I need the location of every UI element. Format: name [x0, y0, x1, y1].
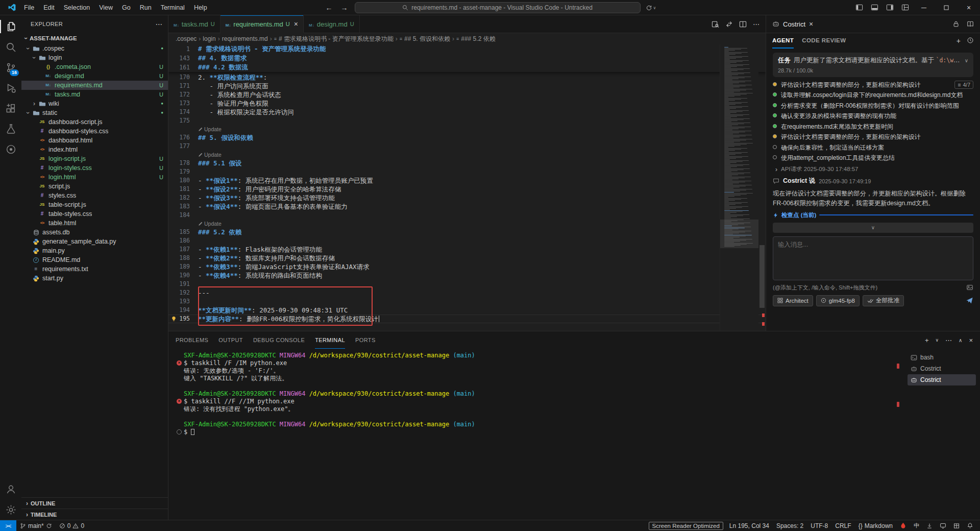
send-button[interactable]: [966, 297, 973, 304]
table-icon[interactable]: [950, 520, 963, 531]
editor-line-172[interactable]: 172 - 系统检查用户会话状态: [168, 90, 766, 99]
toggle-secondary-sidebar-icon[interactable]: [882, 0, 897, 15]
cursor-position-status[interactable]: Ln 195, Col 34: [726, 520, 773, 531]
more-actions-icon[interactable]: ⋯: [753, 20, 760, 28]
editor-line-184[interactable]: 184: [168, 211, 766, 220]
book-icon[interactable]: [967, 20, 974, 28]
open-preview-icon[interactable]: [712, 20, 719, 28]
todo-item[interactable]: 确认变更涉及的模块和需要调整的现有功能: [773, 112, 973, 120]
panel-tab-debug-console[interactable]: DEBUG CONSOLE: [253, 331, 305, 349]
editor-line-188[interactable]: 188- **依赖2**: 数据库支持用户和会话数据存储: [168, 254, 766, 262]
editor-line-181[interactable]: 181- **假设2**: 用户密码使用安全的哈希算法存储: [168, 185, 766, 194]
tree-item-table-styles-css[interactable]: #table-styles.css: [21, 209, 168, 219]
branch-status[interactable]: main*: [16, 520, 56, 531]
terminal-session-bash[interactable]: bash: [908, 352, 976, 363]
editor-scrollbar[interactable]: [758, 44, 766, 331]
breadcrumb-item[interactable]: ≡# 需求规格说明书 - 资产管理系统登录功能: [274, 35, 394, 43]
costrict-tab-agent[interactable]: AGENT: [772, 33, 794, 49]
editor-line-180[interactable]: 180- **假设1**: 系统已存在用户数据，初始管理员账户已预置: [168, 176, 766, 185]
tree-item-requirements-md[interactable]: M↓requirements.mdU: [21, 81, 168, 90]
editor-line-175[interactable]: 175: [168, 116, 766, 125]
menu-terminal[interactable]: Terminal: [156, 0, 189, 15]
history-icon[interactable]: [967, 37, 974, 45]
chevron-down-icon[interactable]: ∨: [965, 58, 968, 63]
update-codelens[interactable]: Update: [168, 151, 766, 159]
attach-image-icon[interactable]: [966, 284, 973, 291]
menu-file[interactable]: File: [19, 0, 39, 15]
editor-line-173[interactable]: 173 - 验证用户角色权限: [168, 99, 766, 108]
sync-dropdown-icon[interactable]: ∨: [646, 5, 656, 11]
editor-line-182[interactable]: 182- **假设3**: 系统部署环境支持会话管理功能: [168, 194, 766, 202]
close-panel-icon[interactable]: ×: [969, 336, 973, 344]
maximize-button[interactable]: [935, 0, 958, 15]
tree-item-start-py[interactable]: start.py: [21, 274, 168, 283]
editor-line-195[interactable]: 195**更新内容**: 删除FR-006权限控制需求，简化系统权限设计: [168, 315, 766, 323]
costrict-logo-icon[interactable]: [896, 520, 910, 531]
todo-item[interactable]: 使用attempt_completion工具提供变更总结: [773, 154, 973, 162]
sticky-line-143[interactable]: 143## 4. 数据需求: [168, 54, 766, 63]
outline-section[interactable]: › OUTLINE: [21, 497, 168, 509]
editor-line-179[interactable]: 179: [168, 167, 766, 176]
source-control-icon[interactable]: 16: [0, 57, 21, 78]
tree-item-generate-sample-data-py[interactable]: generate_sample_data.py: [21, 237, 168, 246]
mode-selector-button[interactable]: Architect: [773, 295, 813, 306]
customize-layout-icon[interactable]: [897, 0, 913, 15]
explorer-icon[interactable]: [0, 16, 21, 37]
todo-item[interactable]: 读取并理解.cospec/login目录下的requirements.md和de…: [773, 91, 973, 99]
extensions-icon[interactable]: [0, 98, 21, 118]
approve-all-button[interactable]: 全部批准: [863, 295, 904, 306]
tab-requirements-md[interactable]: M↓requirements.mdU×: [220, 15, 304, 33]
editor-line-194[interactable]: 194**文档更新时间**: 2025-09-30 09:48:31 UTC: [168, 306, 766, 315]
terminal[interactable]: SXF-Admin@SK-20250928DKTC MINGW64 /d/wor…: [168, 349, 903, 520]
tree-item-login-html[interactable]: <>login.htmlU: [21, 173, 168, 182]
costrict-tab-code-review[interactable]: CODE REVIEW: [802, 33, 846, 49]
panel-tab-ports[interactable]: PORTS: [355, 331, 376, 349]
close-tab-icon[interactable]: ×: [294, 20, 298, 28]
breadcrumb-item[interactable]: requirements.md: [222, 35, 268, 42]
language-status[interactable]: {}Markdown: [855, 520, 896, 531]
costrict-extension-icon[interactable]: [0, 139, 21, 159]
editor-line-186[interactable]: 186: [168, 236, 766, 245]
tree-item-table-html[interactable]: <>table.html: [21, 219, 168, 228]
todo-item[interactable]: 在requirements.md末尾添加文档更新时间: [773, 123, 973, 131]
remote-screen-icon[interactable]: [936, 520, 950, 531]
open-changes-icon[interactable]: [725, 20, 733, 28]
menu-edit[interactable]: Edit: [39, 0, 59, 15]
tree-item-index-html[interactable]: <>index.html: [21, 145, 168, 154]
new-terminal-icon[interactable]: +: [925, 336, 929, 344]
tab-tasks-md[interactable]: M↓tasks.mdU: [168, 15, 220, 33]
tree-item-cometa-json[interactable]: {}.cometa.jsonU: [21, 62, 168, 71]
remote-indicator[interactable]: ><: [0, 520, 16, 531]
editor-line-176[interactable]: 176## 5. 假设和依赖: [168, 133, 766, 142]
run-debug-icon[interactable]: [0, 78, 21, 98]
editor-line-183[interactable]: 183- **假设4**: 前端页面已具备基本的表单验证能力: [168, 202, 766, 211]
tree-item-requirements-txt[interactable]: ≡requirements.txt: [21, 264, 168, 274]
tree-item-dashboard-html[interactable]: <>dashboard.html: [21, 136, 168, 145]
editor-line-174[interactable]: 174 - 根据权限决定是否允许访问: [168, 108, 766, 116]
menu-selection[interactable]: Selection: [59, 0, 94, 15]
encoding-status[interactable]: UTF-8: [807, 520, 831, 531]
todo-item[interactable]: 评估设计文档需要调整的部分，更新相应的架构设计: [773, 133, 973, 141]
search-icon[interactable]: [0, 37, 21, 57]
editor-line-191[interactable]: 191: [168, 280, 766, 288]
close-icon[interactable]: ×: [809, 20, 813, 28]
tree-item-tasks-md[interactable]: M↓tasks.mdU: [21, 90, 168, 99]
editor-line-177[interactable]: 177: [168, 142, 766, 151]
testing-icon[interactable]: [0, 118, 21, 139]
task-card[interactable]: 任务 用户更新了需求文档请更新相应的设计文档。基于 `d:\worksp ∨ 2…: [773, 53, 973, 77]
terminal-session-costrict[interactable]: Costrict: [908, 374, 976, 385]
split-editor-icon[interactable]: [739, 20, 747, 28]
todo-item[interactable]: 确保向后兼容性，制定适当的迁移方案: [773, 143, 973, 152]
editor-line-185[interactable]: 185### 5.2 依赖: [168, 228, 766, 236]
editor-line-189[interactable]: 189- **依赖3**: 前端JavaScript支持表单验证和AJAX请求: [168, 262, 766, 271]
command-center-search[interactable]: requirements.md - asset-manage - Visual …: [355, 2, 641, 13]
new-task-icon[interactable]: +: [957, 37, 961, 45]
tree-item-login-script-js[interactable]: JSlogin-script.jsU: [21, 154, 168, 163]
toggle-primary-sidebar-icon[interactable]: [851, 0, 867, 15]
tree-item-dashboard-styles-css[interactable]: #dashboard-styles.css: [21, 127, 168, 136]
editor[interactable]: 1# 需求规格说明书 - 资产管理系统登录功能143## 4. 数据需求161#…: [168, 44, 766, 331]
terminal-profile-chevron-icon[interactable]: ∨: [935, 337, 939, 343]
more-actions-icon[interactable]: ⋯: [156, 20, 163, 28]
code-area[interactable]: 1702. **权限检查流程**:171 - 用户访问系统页面172 - 系统检…: [168, 72, 766, 323]
menu-help[interactable]: Help: [189, 0, 212, 15]
